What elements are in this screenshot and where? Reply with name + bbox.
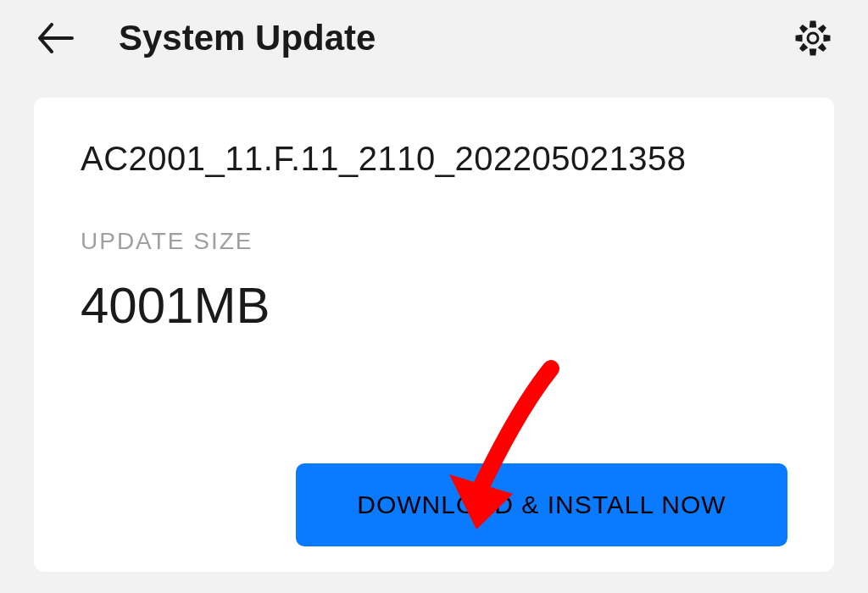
page-title: System Update bbox=[119, 18, 792, 58]
back-button[interactable] bbox=[34, 17, 76, 59]
back-arrow-icon bbox=[36, 23, 74, 53]
svg-point-0 bbox=[808, 33, 818, 43]
gear-icon bbox=[795, 20, 831, 56]
settings-button[interactable] bbox=[792, 17, 834, 59]
update-size-value: 4001MB bbox=[81, 276, 787, 335]
header-bar: System Update bbox=[0, 0, 868, 76]
download-install-button[interactable]: DOWNLOAD & INSTALL NOW bbox=[296, 463, 787, 546]
update-version: AC2001_11.F.11_2110_202205021358 bbox=[81, 136, 787, 181]
update-size-label: UPDATE SIZE bbox=[81, 228, 787, 255]
update-card: AC2001_11.F.11_2110_202205021358 UPDATE … bbox=[34, 97, 834, 572]
